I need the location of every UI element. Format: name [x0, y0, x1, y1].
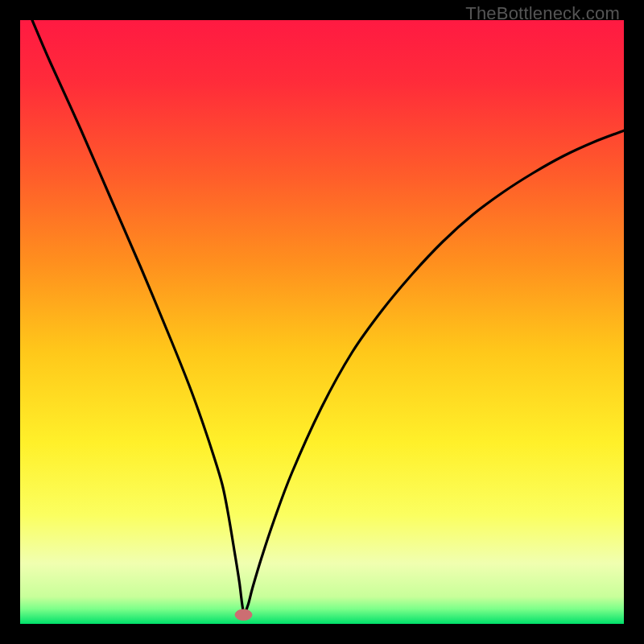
watermark-text: TheBottleneck.com — [465, 3, 620, 24]
optimum-marker — [235, 609, 252, 621]
bottleneck-chart — [20, 20, 624, 624]
gradient-background — [20, 20, 624, 624]
chart-frame — [20, 20, 624, 624]
